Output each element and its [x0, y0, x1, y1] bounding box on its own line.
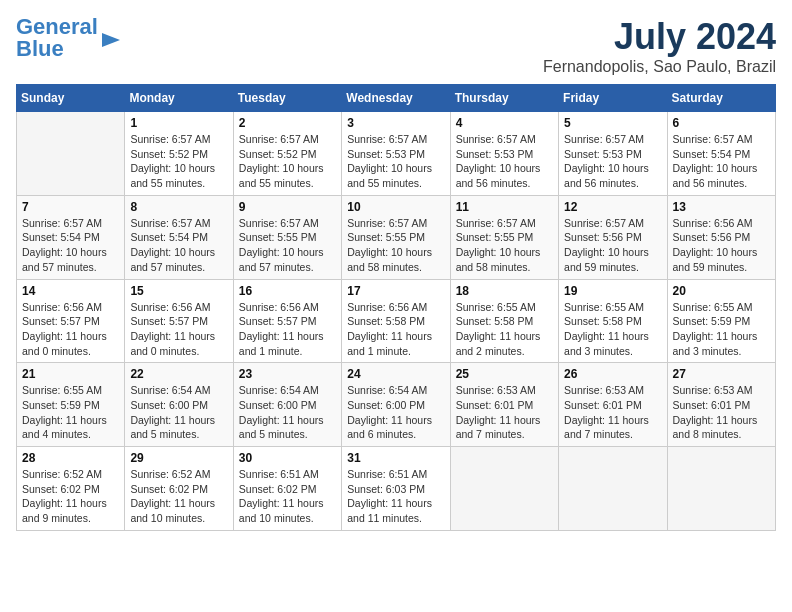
day-number: 19: [564, 284, 661, 298]
weekday-header-friday: Friday: [559, 85, 667, 112]
day-info: Sunrise: 6:57 AM Sunset: 5:55 PM Dayligh…: [239, 216, 336, 275]
calendar-cell: 27Sunrise: 6:53 AM Sunset: 6:01 PM Dayli…: [667, 363, 775, 447]
day-number: 15: [130, 284, 227, 298]
calendar-cell: 13Sunrise: 6:56 AM Sunset: 5:56 PM Dayli…: [667, 195, 775, 279]
calendar-cell: 12Sunrise: 6:57 AM Sunset: 5:56 PM Dayli…: [559, 195, 667, 279]
calendar-cell: 29Sunrise: 6:52 AM Sunset: 6:02 PM Dayli…: [125, 447, 233, 531]
day-number: 20: [673, 284, 770, 298]
calendar-cell: [667, 447, 775, 531]
day-number: 2: [239, 116, 336, 130]
day-number: 26: [564, 367, 661, 381]
weekday-header-tuesday: Tuesday: [233, 85, 341, 112]
week-row-3: 14Sunrise: 6:56 AM Sunset: 5:57 PM Dayli…: [17, 279, 776, 363]
day-number: 22: [130, 367, 227, 381]
day-info: Sunrise: 6:57 AM Sunset: 5:53 PM Dayligh…: [456, 132, 553, 191]
day-number: 3: [347, 116, 444, 130]
calendar-cell: 21Sunrise: 6:55 AM Sunset: 5:59 PM Dayli…: [17, 363, 125, 447]
logo: GeneralBlue: [16, 16, 122, 60]
calendar-cell: [17, 112, 125, 196]
calendar-cell: 31Sunrise: 6:51 AM Sunset: 6:03 PM Dayli…: [342, 447, 450, 531]
day-info: Sunrise: 6:57 AM Sunset: 5:55 PM Dayligh…: [347, 216, 444, 275]
day-info: Sunrise: 6:53 AM Sunset: 6:01 PM Dayligh…: [564, 383, 661, 442]
day-number: 7: [22, 200, 119, 214]
day-info: Sunrise: 6:57 AM Sunset: 5:54 PM Dayligh…: [130, 216, 227, 275]
day-number: 8: [130, 200, 227, 214]
day-info: Sunrise: 6:55 AM Sunset: 5:58 PM Dayligh…: [456, 300, 553, 359]
page-header: GeneralBlue July 2024 Fernandopolis, Sao…: [16, 16, 776, 76]
day-number: 13: [673, 200, 770, 214]
calendar-cell: 1Sunrise: 6:57 AM Sunset: 5:52 PM Daylig…: [125, 112, 233, 196]
day-info: Sunrise: 6:55 AM Sunset: 5:58 PM Dayligh…: [564, 300, 661, 359]
day-info: Sunrise: 6:54 AM Sunset: 6:00 PM Dayligh…: [130, 383, 227, 442]
calendar-cell: 2Sunrise: 6:57 AM Sunset: 5:52 PM Daylig…: [233, 112, 341, 196]
day-number: 14: [22, 284, 119, 298]
day-number: 30: [239, 451, 336, 465]
calendar-cell: 7Sunrise: 6:57 AM Sunset: 5:54 PM Daylig…: [17, 195, 125, 279]
day-number: 27: [673, 367, 770, 381]
day-number: 25: [456, 367, 553, 381]
day-info: Sunrise: 6:51 AM Sunset: 6:02 PM Dayligh…: [239, 467, 336, 526]
calendar-cell: 6Sunrise: 6:57 AM Sunset: 5:54 PM Daylig…: [667, 112, 775, 196]
calendar-cell: 18Sunrise: 6:55 AM Sunset: 5:58 PM Dayli…: [450, 279, 558, 363]
day-info: Sunrise: 6:56 AM Sunset: 5:56 PM Dayligh…: [673, 216, 770, 275]
day-number: 12: [564, 200, 661, 214]
logo-text: GeneralBlue: [16, 16, 98, 60]
calendar-cell: 17Sunrise: 6:56 AM Sunset: 5:58 PM Dayli…: [342, 279, 450, 363]
day-number: 18: [456, 284, 553, 298]
day-info: Sunrise: 6:57 AM Sunset: 5:55 PM Dayligh…: [456, 216, 553, 275]
calendar-cell: 15Sunrise: 6:56 AM Sunset: 5:57 PM Dayli…: [125, 279, 233, 363]
day-number: 31: [347, 451, 444, 465]
calendar-cell: 10Sunrise: 6:57 AM Sunset: 5:55 PM Dayli…: [342, 195, 450, 279]
calendar-cell: 28Sunrise: 6:52 AM Sunset: 6:02 PM Dayli…: [17, 447, 125, 531]
day-info: Sunrise: 6:53 AM Sunset: 6:01 PM Dayligh…: [673, 383, 770, 442]
day-info: Sunrise: 6:57 AM Sunset: 5:52 PM Dayligh…: [130, 132, 227, 191]
calendar-cell: 14Sunrise: 6:56 AM Sunset: 5:57 PM Dayli…: [17, 279, 125, 363]
day-info: Sunrise: 6:57 AM Sunset: 5:54 PM Dayligh…: [22, 216, 119, 275]
day-info: Sunrise: 6:55 AM Sunset: 5:59 PM Dayligh…: [673, 300, 770, 359]
day-info: Sunrise: 6:54 AM Sunset: 6:00 PM Dayligh…: [239, 383, 336, 442]
day-number: 16: [239, 284, 336, 298]
day-number: 5: [564, 116, 661, 130]
calendar-cell: 3Sunrise: 6:57 AM Sunset: 5:53 PM Daylig…: [342, 112, 450, 196]
day-number: 6: [673, 116, 770, 130]
weekday-header-saturday: Saturday: [667, 85, 775, 112]
calendar-cell: 19Sunrise: 6:55 AM Sunset: 5:58 PM Dayli…: [559, 279, 667, 363]
day-info: Sunrise: 6:57 AM Sunset: 5:52 PM Dayligh…: [239, 132, 336, 191]
day-info: Sunrise: 6:56 AM Sunset: 5:58 PM Dayligh…: [347, 300, 444, 359]
day-info: Sunrise: 6:57 AM Sunset: 5:54 PM Dayligh…: [673, 132, 770, 191]
day-number: 10: [347, 200, 444, 214]
calendar-cell: 8Sunrise: 6:57 AM Sunset: 5:54 PM Daylig…: [125, 195, 233, 279]
title-block: July 2024 Fernandopolis, Sao Paulo, Braz…: [543, 16, 776, 76]
day-info: Sunrise: 6:52 AM Sunset: 6:02 PM Dayligh…: [22, 467, 119, 526]
location: Fernandopolis, Sao Paulo, Brazil: [543, 58, 776, 76]
calendar-cell: [450, 447, 558, 531]
day-info: Sunrise: 6:56 AM Sunset: 5:57 PM Dayligh…: [130, 300, 227, 359]
weekday-header-sunday: Sunday: [17, 85, 125, 112]
weekday-header-thursday: Thursday: [450, 85, 558, 112]
calendar-cell: 4Sunrise: 6:57 AM Sunset: 5:53 PM Daylig…: [450, 112, 558, 196]
weekday-header-monday: Monday: [125, 85, 233, 112]
logo-arrow-icon: [100, 29, 122, 51]
calendar-cell: 9Sunrise: 6:57 AM Sunset: 5:55 PM Daylig…: [233, 195, 341, 279]
calendar-cell: 11Sunrise: 6:57 AM Sunset: 5:55 PM Dayli…: [450, 195, 558, 279]
calendar-cell: 20Sunrise: 6:55 AM Sunset: 5:59 PM Dayli…: [667, 279, 775, 363]
day-number: 29: [130, 451, 227, 465]
weekday-header-row: SundayMondayTuesdayWednesdayThursdayFrid…: [17, 85, 776, 112]
day-info: Sunrise: 6:51 AM Sunset: 6:03 PM Dayligh…: [347, 467, 444, 526]
week-row-5: 28Sunrise: 6:52 AM Sunset: 6:02 PM Dayli…: [17, 447, 776, 531]
calendar-cell: 5Sunrise: 6:57 AM Sunset: 5:53 PM Daylig…: [559, 112, 667, 196]
day-info: Sunrise: 6:54 AM Sunset: 6:00 PM Dayligh…: [347, 383, 444, 442]
day-info: Sunrise: 6:53 AM Sunset: 6:01 PM Dayligh…: [456, 383, 553, 442]
day-number: 9: [239, 200, 336, 214]
day-info: Sunrise: 6:57 AM Sunset: 5:56 PM Dayligh…: [564, 216, 661, 275]
day-info: Sunrise: 6:55 AM Sunset: 5:59 PM Dayligh…: [22, 383, 119, 442]
weekday-header-wednesday: Wednesday: [342, 85, 450, 112]
calendar-cell: 22Sunrise: 6:54 AM Sunset: 6:00 PM Dayli…: [125, 363, 233, 447]
svg-marker-0: [102, 33, 120, 47]
week-row-2: 7Sunrise: 6:57 AM Sunset: 5:54 PM Daylig…: [17, 195, 776, 279]
day-info: Sunrise: 6:52 AM Sunset: 6:02 PM Dayligh…: [130, 467, 227, 526]
month-year: July 2024: [543, 16, 776, 58]
day-number: 11: [456, 200, 553, 214]
day-number: 24: [347, 367, 444, 381]
day-number: 4: [456, 116, 553, 130]
